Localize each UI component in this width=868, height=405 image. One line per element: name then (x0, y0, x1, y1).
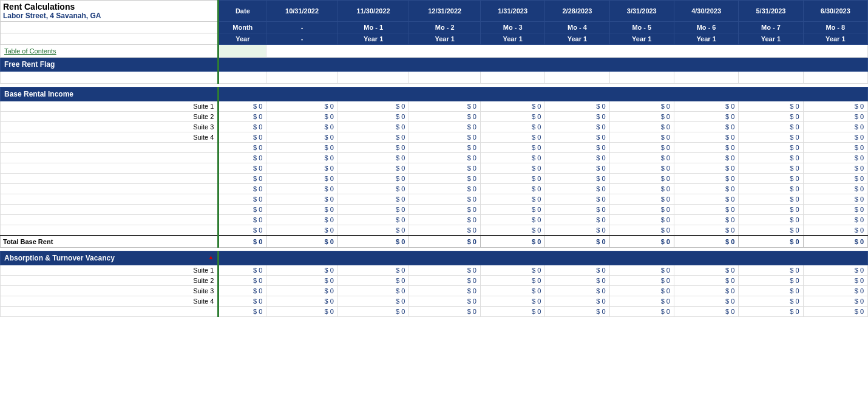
abs-suite1-row: Suite 1 $ 0 $ 0 $ 0 $ 0 $ 0 $ 0 $ 0 $ 0 … (1, 265, 868, 276)
year-col-8: Year 1 (803, 33, 867, 45)
base-suite3-label: Suite 3 (1, 122, 219, 132)
abs-suite4-label: Suite 4 (1, 296, 219, 307)
year-col-5: Year 1 (609, 33, 674, 45)
month-col-0: - (266, 22, 338, 33)
base-blank-row-6: $ 0 $ 0 $ 0 $ 0 $ 0 $ 0 $ 0 $ 0 $ 0 $ 0 (1, 194, 868, 205)
toc-spacer-rest (266, 45, 868, 58)
month-header-row: Month - Mo - 1 Mo - 2 Mo - 3 Mo - 4 Mo -… (1, 22, 868, 33)
abs-suite2-label: Suite 2 (1, 276, 219, 286)
date-col-3: 1/31/2023 (480, 1, 544, 22)
month-label: Month (219, 22, 266, 33)
month-col-2: Mo - 2 (409, 22, 481, 33)
abs-suite1-label: Suite 1 (1, 265, 219, 276)
free-rent-data-row (1, 72, 868, 84)
free-rent-label: Free Rent Flag (1, 58, 219, 72)
year-col-6: Year 1 (674, 33, 738, 45)
base-blank-row-9: $ 0 $ 0 $ 0 $ 0 $ 0 $ 0 $ 0 $ 0 $ 0 $ 0 (1, 225, 868, 236)
toc-row: Table of Contents (1, 45, 868, 58)
base-suite1-v0: $ 0 (219, 101, 266, 112)
base-suite1-row: Suite 1 $ 0 $ 0 $ 0 $ 0 $ 0 $ 0 $ 0 $ 0 … (1, 101, 868, 112)
year-col-2: Year 1 (409, 33, 481, 45)
date-col-2: 12/31/2022 (409, 1, 481, 22)
base-blank-row-2: $ 0 $ 0 $ 0 $ 0 $ 0 $ 0 $ 0 $ 0 $ 0 $ 0 (1, 153, 868, 163)
base-blank-row-1: $ 0 $ 0 $ 0 $ 0 $ 0 $ 0 $ 0 $ 0 $ 0 $ 0 (1, 143, 868, 153)
month-col-3: Mo - 3 (480, 22, 544, 33)
absorption-label: Absorption & Turnover Vacancy ▲ (1, 251, 219, 265)
year-col-1: Year 1 (337, 33, 409, 45)
year-col-3: Year 1 (480, 33, 544, 45)
base-suite2-row: Suite 2 $ 0 $ 0 $ 0 $ 0 $ 0 $ 0 $ 0 $ 0 … (1, 112, 868, 122)
base-suite4-row: Suite 4 $ 0 $ 0 $ 0 $ 0 $ 0 $ 0 $ 0 $ 0 … (1, 132, 868, 143)
base-suite1-v9: $ 0 (803, 101, 867, 112)
month-col-5: Mo - 5 (609, 22, 674, 33)
year-col-0: - (266, 33, 338, 45)
date-col-8: 6/30/2023 (803, 1, 867, 22)
base-rent-label: Base Rental Income (1, 87, 219, 101)
date-col-7: 5/31/2023 (739, 1, 803, 22)
red-triangle-icon: ▲ (208, 254, 214, 260)
month-col-4: Mo - 4 (545, 22, 609, 33)
base-rent-section-header: Base Rental Income (1, 87, 868, 101)
date-col-4: 2/28/2023 (545, 1, 609, 22)
base-suite1-v1: $ 0 (266, 101, 338, 112)
base-blank-row-8: $ 0 $ 0 $ 0 $ 0 $ 0 $ 0 $ 0 $ 0 $ 0 $ 0 (1, 215, 868, 225)
base-suite1-v6: $ 0 (609, 101, 674, 112)
title-main: Rent Calculations (3, 2, 215, 12)
year-header-row: Year - Year 1 Year 1 Year 1 Year 1 Year … (1, 33, 868, 45)
absorption-header-data (219, 251, 868, 265)
total-base-rent-row: Total Base Rent $ 0 $ 0 $ 0 $ 0 $ 0 $ 0 … (1, 236, 868, 248)
month-col-7: Mo - 7 (739, 22, 803, 33)
toc-spacer-0 (219, 45, 266, 58)
free-rent-header-data (219, 58, 868, 72)
abs-suite4-row: Suite 4 $ 0 $ 0 $ 0 $ 0 $ 0 $ 0 $ 0 $ 0 … (1, 296, 868, 307)
title-sub: Labor Street, 4 Savanah, GA (3, 12, 215, 20)
base-suite4-label: Suite 4 (1, 132, 219, 143)
abs-blank-row-1: $ 0 $ 0 $ 0 $ 0 $ 0 $ 0 $ 0 $ 0 $ 0 $ 0 (1, 307, 868, 317)
base-suite1-label: Suite 1 (1, 101, 219, 112)
year-col-7: Year 1 (739, 33, 803, 45)
date-header-row: Rent Calculations Labor Street, 4 Savana… (1, 1, 868, 22)
abs-suite2-row: Suite 2 $ 0 $ 0 $ 0 $ 0 $ 0 $ 0 $ 0 $ 0 … (1, 276, 868, 286)
base-rent-header-data (219, 87, 868, 101)
toc-link[interactable]: Table of Contents (4, 47, 56, 55)
base-suite1-v7: $ 0 (674, 101, 738, 112)
base-suite2-label: Suite 2 (1, 112, 219, 122)
date-col-6: 4/30/2023 (674, 1, 738, 22)
abs-suite3-label: Suite 3 (1, 286, 219, 296)
base-blank-row-7: $ 0 $ 0 $ 0 $ 0 $ 0 $ 0 $ 0 $ 0 $ 0 $ 0 (1, 205, 868, 215)
date-col-1: 11/30/2022 (337, 1, 409, 22)
absorption-section-header: Absorption & Turnover Vacancy ▲ (1, 251, 868, 265)
base-suite1-v3: $ 0 (409, 101, 481, 112)
base-blank-row-5: $ 0 $ 0 $ 0 $ 0 $ 0 $ 0 $ 0 $ 0 $ 0 $ 0 (1, 184, 868, 194)
month-col-1: Mo - 1 (337, 22, 409, 33)
base-suite3-row: Suite 3 $ 0 $ 0 $ 0 $ 0 $ 0 $ 0 $ 0 $ 0 … (1, 122, 868, 132)
year-col-4: Year 1 (545, 33, 609, 45)
base-suite1-v8: $ 0 (739, 101, 803, 112)
base-suite1-v5: $ 0 (545, 101, 609, 112)
free-rent-section-header: Free Rent Flag (1, 58, 868, 72)
total-base-rent-label: Total Base Rent (1, 236, 219, 248)
month-col-6: Mo - 6 (674, 22, 738, 33)
base-blank-row-4: $ 0 $ 0 $ 0 $ 0 $ 0 $ 0 $ 0 $ 0 $ 0 $ 0 (1, 174, 868, 184)
year-label: Year (219, 33, 266, 45)
base-suite1-v4: $ 0 (480, 101, 544, 112)
month-col-8: Mo - 8 (803, 22, 867, 33)
base-blank-row-3: $ 0 $ 0 $ 0 $ 0 $ 0 $ 0 $ 0 $ 0 $ 0 $ 0 (1, 163, 868, 174)
date-col-0: 10/31/2022 (266, 1, 338, 22)
date-col-5: 3/31/2023 (609, 1, 674, 22)
date-label: Date (219, 1, 266, 22)
base-suite1-v2: $ 0 (337, 101, 409, 112)
abs-suite3-row: Suite 3 $ 0 $ 0 $ 0 $ 0 $ 0 $ 0 $ 0 $ 0 … (1, 286, 868, 296)
